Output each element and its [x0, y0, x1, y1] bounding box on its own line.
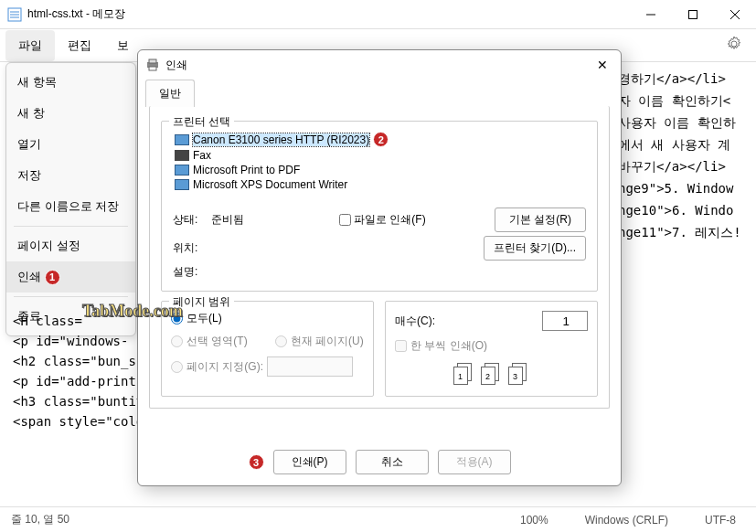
copies-spinner[interactable] — [542, 311, 588, 331]
range-all-radio[interactable]: 모두(L) — [171, 311, 222, 326]
print-to-file-checkbox[interactable]: 파일로 인쇄(F) — [339, 212, 426, 228]
badge-3: 3 — [249, 454, 264, 470]
status-zoom: 100% — [520, 514, 548, 527]
printer-icon — [145, 58, 160, 72]
print-dialog: 인쇄 ✕ 일반 프린터 선택 Canon E3100 series HTTP (… — [137, 49, 622, 486]
menu-item-print[interactable]: 인쇄 1 — [6, 261, 135, 293]
status-encoding: UTF-8 — [705, 514, 736, 527]
menu-view[interactable]: 보 — [104, 30, 142, 61]
default-settings-button[interactable]: 기본 설정(R) — [495, 207, 586, 232]
range-current-radio: 현재 페이지(U) — [275, 334, 364, 349]
location-label: 위치: — [173, 240, 211, 256]
printer-item-icon — [175, 179, 189, 190]
printer-item[interactable]: Fax — [173, 148, 586, 163]
menu-item-new-window[interactable]: 새 창 — [6, 98, 135, 129]
range-selection-radio: 선택 영역(T) — [171, 334, 248, 349]
svg-rect-10 — [149, 67, 156, 70]
dialog-title: 인쇄 — [165, 58, 591, 73]
printer-item[interactable]: Canon E3100 series HTTP (RI2023) 2 — [173, 131, 586, 148]
tab-general[interactable]: 일반 — [145, 80, 195, 107]
status-label: 상태: — [173, 212, 211, 228]
find-printer-button[interactable]: 프린터 찾기(D)... — [484, 236, 586, 261]
printer-select-legend: 프린터 선택 — [169, 114, 234, 130]
copies-group: 매수(C): 한 부씩 인쇄(O) 11 22 33 — [385, 301, 598, 397]
collate-checkbox: 한 부씩 인쇄(O) — [395, 338, 588, 354]
copies-label: 매수(C): — [395, 314, 435, 329]
minimize-button[interactable] — [630, 0, 672, 29]
printer-item-icon — [175, 134, 189, 145]
dialog-close-button[interactable]: ✕ — [591, 54, 613, 76]
fax-icon — [175, 150, 189, 161]
menu-item-page-setup[interactable]: 페이지 설정 — [6, 230, 135, 261]
menu-item-new[interactable]: 새 항목 — [6, 67, 135, 98]
menu-separator — [14, 226, 128, 227]
menu-item-exit[interactable]: 종료 — [6, 301, 135, 332]
badge-2: 2 — [373, 132, 389, 147]
printer-item[interactable]: Microsoft XPS Document Writer — [173, 177, 586, 192]
status-line-ending: Windows (CRLF) — [585, 514, 668, 527]
comment-label: 설명: — [173, 264, 211, 280]
menu-edit[interactable]: 편집 — [55, 30, 104, 61]
cancel-button[interactable]: 취소 — [356, 450, 429, 474]
menu-separator — [14, 296, 128, 297]
page-range-group: 페이지 범위 모두(L) 선택 영역(T) 현재 페이지(U) 페이지 지정(G… — [161, 301, 374, 397]
menu-file[interactable]: 파일 — [5, 30, 55, 61]
maximize-button[interactable] — [672, 0, 714, 29]
printer-list[interactable]: Canon E3100 series HTTP (RI2023) 2 Fax M… — [173, 131, 586, 204]
menu-item-save-as[interactable]: 다른 이름으로 저장 — [6, 191, 135, 222]
menu-item-save[interactable]: 저장 — [6, 160, 135, 191]
range-pages-radio: 페이지 지정(G): — [171, 359, 263, 375]
badge-1: 1 — [45, 270, 60, 285]
printer-item[interactable]: Microsoft Print to PDF — [173, 163, 586, 177]
svg-rect-5 — [689, 10, 697, 18]
status-value: 준비됨 — [211, 212, 312, 228]
svg-rect-9 — [149, 59, 156, 63]
close-button[interactable] — [714, 0, 756, 29]
editor-content-right: 경하기</a></li> 자 이름 확인하기< 사용자 이름 확인하 에서 새 … — [618, 68, 741, 243]
page-range-legend: 페이지 범위 — [169, 294, 234, 310]
collate-preview-icon: 11 22 33 — [395, 363, 588, 387]
settings-gear-icon[interactable] — [718, 31, 751, 59]
status-bar: 줄 10, 열 50 100% Windows (CRLF) UTF-8 — [0, 506, 756, 532]
print-button[interactable]: 인쇄(P) — [273, 450, 346, 474]
menu-item-open[interactable]: 열기 — [6, 129, 135, 160]
status-line-col: 줄 10, 열 50 — [11, 512, 69, 527]
notepad-icon — [7, 7, 22, 22]
window-title: html-css.txt - 메모장 — [27, 6, 630, 22]
apply-button: 적용(A) — [438, 450, 511, 474]
file-menu-dropdown: 새 항목 새 창 열기 저장 다른 이름으로 저장 페이지 설정 인쇄 1 종료 — [5, 62, 136, 336]
page-range-input — [267, 356, 353, 377]
printer-item-icon — [175, 165, 189, 176]
